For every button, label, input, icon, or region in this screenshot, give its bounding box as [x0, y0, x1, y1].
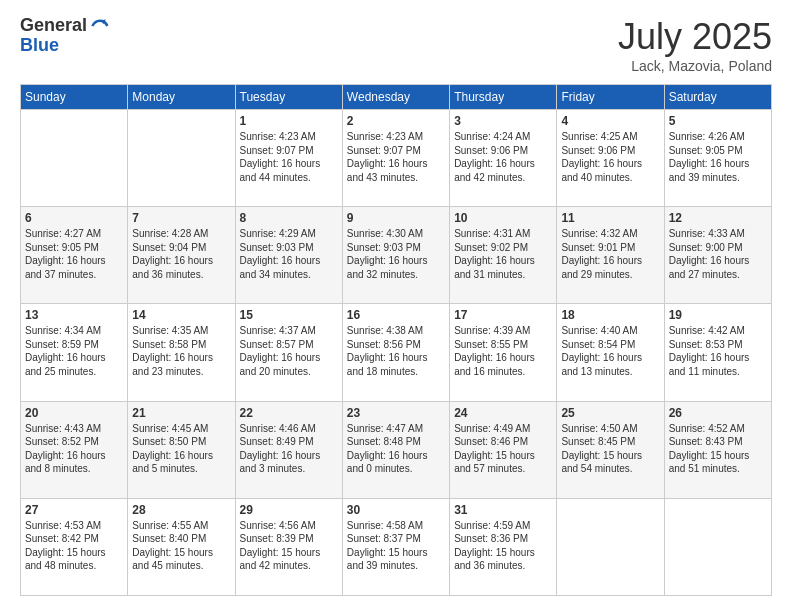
- calendar-cell: 5Sunrise: 4:26 AM Sunset: 9:05 PM Daylig…: [664, 110, 771, 207]
- day-info: Sunrise: 4:59 AM Sunset: 8:36 PM Dayligh…: [454, 519, 552, 573]
- page: General Blue July 2025 Lack, Mazovia, Po…: [0, 0, 792, 612]
- calendar-cell: [128, 110, 235, 207]
- day-info: Sunrise: 4:24 AM Sunset: 9:06 PM Dayligh…: [454, 130, 552, 184]
- day-number: 21: [132, 406, 230, 420]
- calendar-cell: [664, 498, 771, 595]
- logo-text: General Blue: [20, 16, 109, 56]
- day-info: Sunrise: 4:25 AM Sunset: 9:06 PM Dayligh…: [561, 130, 659, 184]
- day-number: 6: [25, 211, 123, 225]
- calendar-cell: 14Sunrise: 4:35 AM Sunset: 8:58 PM Dayli…: [128, 304, 235, 401]
- calendar-cell: 26Sunrise: 4:52 AM Sunset: 8:43 PM Dayli…: [664, 401, 771, 498]
- col-saturday: Saturday: [664, 85, 771, 110]
- day-number: 23: [347, 406, 445, 420]
- day-number: 22: [240, 406, 338, 420]
- day-number: 25: [561, 406, 659, 420]
- calendar-cell: 9Sunrise: 4:30 AM Sunset: 9:03 PM Daylig…: [342, 207, 449, 304]
- day-number: 29: [240, 503, 338, 517]
- day-info: Sunrise: 4:53 AM Sunset: 8:42 PM Dayligh…: [25, 519, 123, 573]
- calendar-cell: 12Sunrise: 4:33 AM Sunset: 9:00 PM Dayli…: [664, 207, 771, 304]
- calendar-cell: 29Sunrise: 4:56 AM Sunset: 8:39 PM Dayli…: [235, 498, 342, 595]
- day-info: Sunrise: 4:50 AM Sunset: 8:45 PM Dayligh…: [561, 422, 659, 476]
- calendar-cell: 2Sunrise: 4:23 AM Sunset: 9:07 PM Daylig…: [342, 110, 449, 207]
- day-info: Sunrise: 4:52 AM Sunset: 8:43 PM Dayligh…: [669, 422, 767, 476]
- calendar-cell: 22Sunrise: 4:46 AM Sunset: 8:49 PM Dayli…: [235, 401, 342, 498]
- day-info: Sunrise: 4:34 AM Sunset: 8:59 PM Dayligh…: [25, 324, 123, 378]
- day-info: Sunrise: 4:27 AM Sunset: 9:05 PM Dayligh…: [25, 227, 123, 281]
- day-info: Sunrise: 4:45 AM Sunset: 8:50 PM Dayligh…: [132, 422, 230, 476]
- col-sunday: Sunday: [21, 85, 128, 110]
- day-info: Sunrise: 4:39 AM Sunset: 8:55 PM Dayligh…: [454, 324, 552, 378]
- day-number: 13: [25, 308, 123, 322]
- calendar-cell: 17Sunrise: 4:39 AM Sunset: 8:55 PM Dayli…: [450, 304, 557, 401]
- calendar-cell: 20Sunrise: 4:43 AM Sunset: 8:52 PM Dayli…: [21, 401, 128, 498]
- day-number: 28: [132, 503, 230, 517]
- calendar-cell: 11Sunrise: 4:32 AM Sunset: 9:01 PM Dayli…: [557, 207, 664, 304]
- calendar-cell: 31Sunrise: 4:59 AM Sunset: 8:36 PM Dayli…: [450, 498, 557, 595]
- day-number: 18: [561, 308, 659, 322]
- calendar-cell: 30Sunrise: 4:58 AM Sunset: 8:37 PM Dayli…: [342, 498, 449, 595]
- col-wednesday: Wednesday: [342, 85, 449, 110]
- calendar-cell: 18Sunrise: 4:40 AM Sunset: 8:54 PM Dayli…: [557, 304, 664, 401]
- day-info: Sunrise: 4:32 AM Sunset: 9:01 PM Dayligh…: [561, 227, 659, 281]
- day-number: 19: [669, 308, 767, 322]
- day-number: 4: [561, 114, 659, 128]
- day-number: 5: [669, 114, 767, 128]
- day-info: Sunrise: 4:30 AM Sunset: 9:03 PM Dayligh…: [347, 227, 445, 281]
- day-info: Sunrise: 4:23 AM Sunset: 9:07 PM Dayligh…: [240, 130, 338, 184]
- logo-icon: [89, 16, 109, 36]
- day-info: Sunrise: 4:28 AM Sunset: 9:04 PM Dayligh…: [132, 227, 230, 281]
- day-number: 30: [347, 503, 445, 517]
- calendar-cell: 3Sunrise: 4:24 AM Sunset: 9:06 PM Daylig…: [450, 110, 557, 207]
- day-number: 2: [347, 114, 445, 128]
- col-tuesday: Tuesday: [235, 85, 342, 110]
- day-number: 10: [454, 211, 552, 225]
- day-number: 3: [454, 114, 552, 128]
- day-number: 27: [25, 503, 123, 517]
- day-number: 7: [132, 211, 230, 225]
- calendar-cell: 8Sunrise: 4:29 AM Sunset: 9:03 PM Daylig…: [235, 207, 342, 304]
- day-info: Sunrise: 4:43 AM Sunset: 8:52 PM Dayligh…: [25, 422, 123, 476]
- calendar-cell: 28Sunrise: 4:55 AM Sunset: 8:40 PM Dayli…: [128, 498, 235, 595]
- logo-blue: Blue: [20, 36, 109, 56]
- day-number: 16: [347, 308, 445, 322]
- day-info: Sunrise: 4:47 AM Sunset: 8:48 PM Dayligh…: [347, 422, 445, 476]
- calendar-week-2: 13Sunrise: 4:34 AM Sunset: 8:59 PM Dayli…: [21, 304, 772, 401]
- day-number: 12: [669, 211, 767, 225]
- header: General Blue July 2025 Lack, Mazovia, Po…: [20, 16, 772, 74]
- logo: General Blue: [20, 16, 109, 56]
- calendar-cell: 21Sunrise: 4:45 AM Sunset: 8:50 PM Dayli…: [128, 401, 235, 498]
- col-thursday: Thursday: [450, 85, 557, 110]
- calendar-cell: 25Sunrise: 4:50 AM Sunset: 8:45 PM Dayli…: [557, 401, 664, 498]
- calendar-cell: 10Sunrise: 4:31 AM Sunset: 9:02 PM Dayli…: [450, 207, 557, 304]
- calendar-week-1: 6Sunrise: 4:27 AM Sunset: 9:05 PM Daylig…: [21, 207, 772, 304]
- logo-general: General: [20, 16, 87, 36]
- day-info: Sunrise: 4:26 AM Sunset: 9:05 PM Dayligh…: [669, 130, 767, 184]
- day-number: 24: [454, 406, 552, 420]
- calendar-week-3: 20Sunrise: 4:43 AM Sunset: 8:52 PM Dayli…: [21, 401, 772, 498]
- calendar-cell: [21, 110, 128, 207]
- calendar-cell: 13Sunrise: 4:34 AM Sunset: 8:59 PM Dayli…: [21, 304, 128, 401]
- day-info: Sunrise: 4:35 AM Sunset: 8:58 PM Dayligh…: [132, 324, 230, 378]
- day-info: Sunrise: 4:58 AM Sunset: 8:37 PM Dayligh…: [347, 519, 445, 573]
- day-info: Sunrise: 4:38 AM Sunset: 8:56 PM Dayligh…: [347, 324, 445, 378]
- calendar-cell: 4Sunrise: 4:25 AM Sunset: 9:06 PM Daylig…: [557, 110, 664, 207]
- day-info: Sunrise: 4:23 AM Sunset: 9:07 PM Dayligh…: [347, 130, 445, 184]
- calendar-cell: 19Sunrise: 4:42 AM Sunset: 8:53 PM Dayli…: [664, 304, 771, 401]
- day-number: 15: [240, 308, 338, 322]
- calendar: Sunday Monday Tuesday Wednesday Thursday…: [20, 84, 772, 596]
- location: Lack, Mazovia, Poland: [618, 58, 772, 74]
- calendar-cell: 1Sunrise: 4:23 AM Sunset: 9:07 PM Daylig…: [235, 110, 342, 207]
- day-info: Sunrise: 4:37 AM Sunset: 8:57 PM Dayligh…: [240, 324, 338, 378]
- day-info: Sunrise: 4:55 AM Sunset: 8:40 PM Dayligh…: [132, 519, 230, 573]
- day-info: Sunrise: 4:33 AM Sunset: 9:00 PM Dayligh…: [669, 227, 767, 281]
- day-number: 26: [669, 406, 767, 420]
- day-number: 1: [240, 114, 338, 128]
- day-info: Sunrise: 4:56 AM Sunset: 8:39 PM Dayligh…: [240, 519, 338, 573]
- col-friday: Friday: [557, 85, 664, 110]
- calendar-week-0: 1Sunrise: 4:23 AM Sunset: 9:07 PM Daylig…: [21, 110, 772, 207]
- day-number: 14: [132, 308, 230, 322]
- calendar-cell: 7Sunrise: 4:28 AM Sunset: 9:04 PM Daylig…: [128, 207, 235, 304]
- calendar-cell: [557, 498, 664, 595]
- calendar-header-row: Sunday Monday Tuesday Wednesday Thursday…: [21, 85, 772, 110]
- day-info: Sunrise: 4:31 AM Sunset: 9:02 PM Dayligh…: [454, 227, 552, 281]
